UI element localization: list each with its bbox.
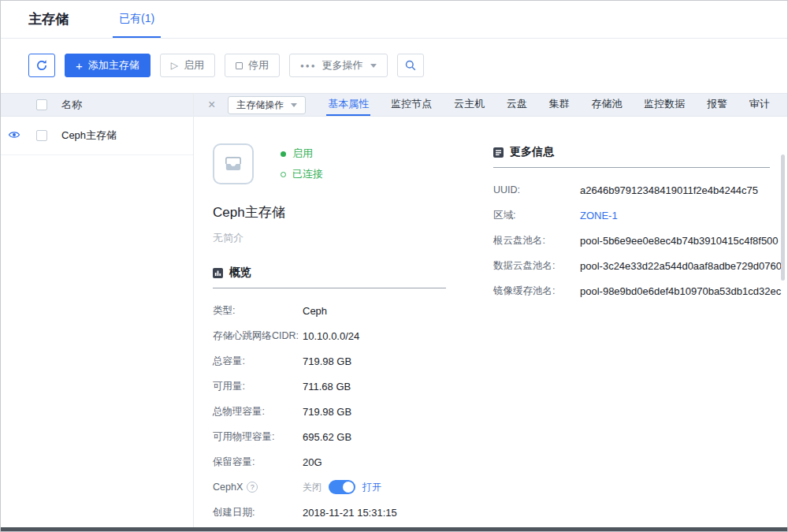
cephx-toggle[interactable] (329, 480, 355, 494)
dots-icon: ●●● (300, 62, 317, 69)
field-image-cache-pool: 镜像缓存池名: pool-98e9bd0e6def4b10970ba53db1c… (493, 278, 770, 303)
overview-icon (213, 268, 223, 278)
tab-monitor-data[interactable]: 监控数据 (642, 94, 686, 116)
tab-monitor-nodes[interactable]: 监控节点 (389, 94, 433, 116)
field-data-volume-pool: 数据云盘池名: pool-3c24e33d22a544d0aaf8adbe729… (493, 253, 770, 278)
toolbar: + 添加主存储 ▷ 启用 停用 ●●● 更多操作 (1, 39, 787, 92)
more-info-fields: UUID: a2646b97912348419011f2e4b4244c75 区… (493, 177, 770, 303)
plus-icon: + (76, 60, 83, 72)
chevron-down-icon (291, 103, 297, 107)
close-icon[interactable]: × (208, 99, 215, 111)
cephx-off-label: 关闭 (303, 481, 322, 494)
overview-section-heading: 概览 (213, 266, 446, 288)
help-icon[interactable]: ? (247, 482, 258, 493)
tab-alarms[interactable]: 报警 (705, 94, 729, 116)
storage-list-pane: 名称 Ceph主存储 (1, 93, 194, 527)
page-header: 主存储 已有(1) (1, 1, 787, 39)
status-connected-label: 已连接 (292, 167, 323, 181)
overview-fields: 类型: Ceph 存储心跳网络CIDR: 10.10.0.0/24 总容量: 7… (213, 298, 446, 527)
play-icon: ▷ (171, 60, 178, 71)
more-actions-button[interactable]: ●●● 更多操作 (289, 54, 388, 77)
add-primary-storage-button[interactable]: + 添加主存储 (65, 54, 151, 77)
enable-button-label: 启用 (184, 58, 204, 73)
eye-icon[interactable] (8, 130, 20, 142)
detail-right-column: 更多信息 UUID: a2646b97912348419011f2e4b4244… (493, 143, 770, 527)
status-enabled: 启用 (281, 147, 323, 161)
detail-scrollbar[interactable] (781, 154, 785, 281)
detail-body: 启用 已连接 Ceph主存储 无简介 (194, 117, 787, 527)
tab-storage-pools[interactable]: 存储池 (589, 94, 623, 116)
field-reserved-capacity: 保留容量: 20G (213, 449, 446, 474)
tab-vm-instances[interactable]: 云主机 (452, 94, 486, 116)
field-total-physical-capacity: 总物理容量: 719.98 GB (213, 399, 446, 424)
select-all-checkbox[interactable] (36, 99, 47, 110)
status-list: 启用 已连接 (281, 143, 323, 181)
detail-title: Ceph主存储 (213, 203, 446, 221)
field-root-volume-pool: 根云盘池名: pool-5b6e9ee0e8ec4b74b3910415c4f8… (493, 228, 770, 253)
disable-button-label: 停用 (248, 58, 269, 73)
enabled-dot-icon (281, 151, 286, 157)
window-bottom-edge (1, 527, 787, 531)
refresh-icon (35, 59, 48, 72)
disable-button[interactable]: 停用 (225, 54, 280, 77)
status-connected: 已连接 (281, 167, 323, 181)
field-heartbeat-cidr: 存储心跳网络CIDR: 10.10.0.0/24 (213, 323, 446, 348)
field-uuid: UUID: a2646b97912348419011f2e4b4244c75 (493, 177, 770, 203)
list-header: 名称 (1, 93, 193, 117)
field-create-date: 创建日期: 2018-11-21 15:31:15 (213, 500, 446, 525)
storage-actions-label: 主存储操作 (236, 99, 284, 112)
search-button[interactable] (397, 54, 424, 77)
name-column-header: 名称 (61, 98, 82, 112)
table-row[interactable]: Ceph主存储 (1, 117, 193, 155)
tab-volumes[interactable]: 云盘 (505, 94, 529, 116)
main-area: 名称 Ceph主存储 × 主存储操作 (1, 93, 787, 527)
cephx-label: CephX (213, 482, 243, 493)
detail-header-band: × 主存储操作 基本属性 监控节点 云主机 云盘 集群 存储池 监控数据 报警 … (194, 93, 787, 117)
field-type: 类型: Ceph (213, 298, 446, 323)
overview-heading-label: 概览 (229, 266, 251, 280)
enable-button[interactable]: ▷ 启用 (160, 54, 215, 77)
stop-icon (236, 62, 243, 69)
chevron-down-icon (370, 64, 377, 68)
toggle-knob (343, 482, 354, 493)
primary-storage-icon (213, 143, 254, 184)
cephx-on-label: 打开 (362, 481, 381, 494)
detail-tabs: 基本属性 监控节点 云主机 云盘 集群 存储池 监控数据 报警 审计 (326, 94, 776, 116)
detail-subtitle: 无简介 (213, 231, 446, 245)
field-total-capacity: 总容量: 719.98 GB (213, 348, 446, 374)
add-button-label: 添加主存储 (88, 58, 139, 73)
row-checkbox[interactable] (36, 130, 47, 141)
more-actions-label: 更多操作 (322, 58, 363, 73)
detail-head-row: 启用 已连接 (213, 143, 446, 184)
more-info-heading-label: 更多信息 (510, 145, 554, 159)
storage-actions-dropdown[interactable]: 主存储操作 (228, 96, 306, 114)
detail-pane: × 主存储操作 基本属性 监控节点 云主机 云盘 集群 存储池 监控数据 报警 … (194, 93, 787, 527)
field-zone: 区域: ZONE-1 (493, 203, 770, 228)
field-available-physical-capacity: 可用物理容量: 695.62 GB (213, 424, 446, 449)
primary-storage-page: 主存储 已有(1) + 添加主存储 ▷ 启用 停用 ●●● 更多操作 (0, 0, 788, 532)
field-available-capacity: 可用量: 711.68 GB (213, 374, 446, 399)
status-enabled-label: 启用 (292, 147, 313, 161)
tab-clusters[interactable]: 集群 (548, 94, 571, 116)
tab-existing[interactable]: 已有(1) (113, 1, 161, 38)
tab-basic-properties[interactable]: 基本属性 (326, 94, 370, 116)
search-icon (404, 59, 417, 72)
more-info-section-heading: 更多信息 (493, 145, 770, 168)
more-info-icon (493, 147, 504, 158)
page-title: 主存储 (28, 10, 69, 28)
connected-dot-icon (281, 172, 286, 177)
zone-link[interactable]: ZONE-1 (580, 210, 618, 221)
tab-audit[interactable]: 审计 (748, 94, 771, 116)
refresh-button[interactable] (28, 54, 55, 77)
detail-left-column: 启用 已连接 Ceph主存储 无简介 (213, 143, 446, 527)
field-cephx: CephX ? 关闭 打开 (213, 474, 446, 500)
storage-row-name[interactable]: Ceph主存储 (61, 128, 117, 143)
